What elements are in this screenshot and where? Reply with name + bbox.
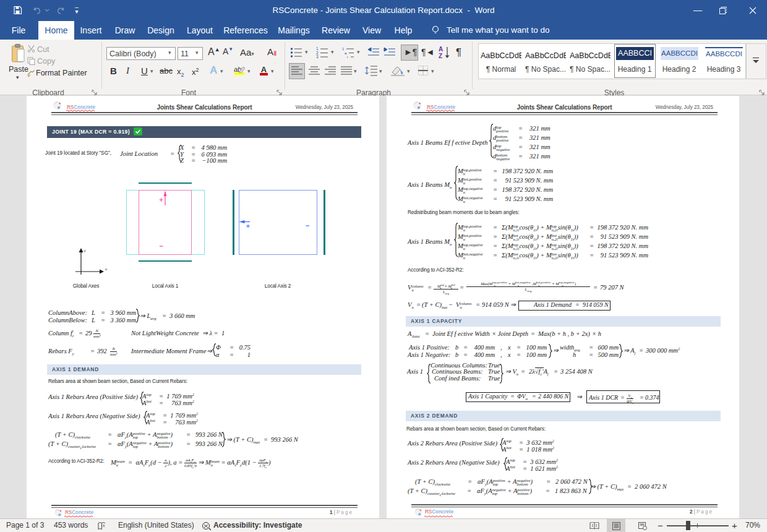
svg-text:Z: Z (439, 53, 442, 59)
svg-text:i: i (347, 55, 348, 58)
svg-text:3: 3 (316, 54, 319, 58)
svg-text:a: a (345, 51, 347, 55)
svg-text:x: x (103, 523, 105, 528)
svg-text:A: A (439, 46, 443, 53)
svg-text:1: 1 (342, 47, 345, 51)
